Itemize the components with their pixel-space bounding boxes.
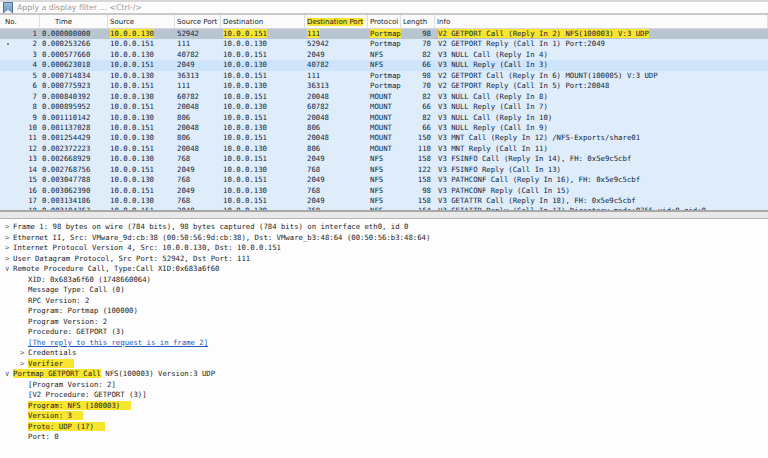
bookmark-icon[interactable] [3, 2, 13, 14]
expand-arrow-icon[interactable]: > [5, 222, 13, 233]
packet-row-11[interactable]: 110.00125442910.0.0.13080610.0.0.1512004… [0, 133, 768, 143]
column-header-proto[interactable]: Protocol [368, 15, 401, 28]
detail-line[interactable]: Procedure: GETPORT (3) [0, 327, 768, 338]
column-header-dport[interactable]: Destination Port [305, 15, 368, 28]
detail-line[interactable]: [V2 Procedure: GETPORT (3)] [0, 390, 768, 401]
cell-proto: MOUNT [368, 144, 401, 154]
packet-row-15[interactable]: 150.00304778810.0.0.13076810.0.0.1512049… [0, 175, 768, 185]
cell-proto: NFS [368, 196, 401, 206]
cell-time: 0.001254429 [40, 133, 108, 143]
column-header-label: Source [110, 18, 134, 26]
packet-row-1[interactable]: 10.00000000010.0.0.1305294210.0.0.151111… [0, 29, 768, 39]
cell-value: 10.0.0.151 [110, 60, 154, 69]
packet-row-10[interactable]: 100.00113702810.0.0.1512004810.0.0.13080… [0, 123, 768, 133]
column-header-info[interactable]: Info [435, 15, 768, 28]
cell-value: 20048 [177, 144, 199, 153]
detail-line[interactable]: Program: Portmap (100000) [0, 306, 768, 317]
detail-line[interactable]: >Verifier [0, 359, 768, 370]
cell-value: 158 [418, 175, 431, 184]
detail-line[interactable]: Proto: UDP (17) [0, 422, 768, 433]
expand-arrow-icon[interactable]: > [20, 359, 28, 370]
packet-row-16[interactable]: 160.00306239010.0.0.151204910.0.0.130768… [0, 186, 768, 196]
detail-line[interactable]: Message Type: Call (0) [0, 285, 768, 296]
cell-time: 0.000840392 [40, 92, 108, 102]
cell-proto: Portmap [368, 81, 401, 91]
packet-row-9[interactable]: 90.00111014210.0.0.13080610.0.0.15120048… [0, 113, 768, 123]
packet-row-7[interactable]: 70.00084039210.0.0.1306078210.0.0.151200… [0, 92, 768, 102]
detail-line[interactable]: >User Datagram Protocol, Src Port: 52942… [0, 254, 768, 265]
cell-value: 12 [28, 144, 37, 153]
detail-line[interactable]: XID: 0x683a6f60 (1748660064) [0, 275, 768, 286]
detail-line[interactable]: Program Version: 2 [0, 317, 768, 328]
cell-value: Portmap [370, 71, 401, 80]
expand-arrow-icon[interactable]: > [5, 254, 13, 265]
cell-info: V3 GETATTR Call (Reply In 18), FH: 0x5e9… [435, 196, 768, 206]
cell-info: V3 PATHCONF Reply (Call In 15) [435, 186, 768, 196]
cell-value: 4 [33, 60, 37, 69]
detail-line[interactable]: >Frame 1: 98 bytes on wire (784 bits), 9… [0, 222, 768, 233]
packet-row-5[interactable]: 50.00071483410.0.0.1303631310.0.0.151111… [0, 71, 768, 81]
column-header-no[interactable]: No. [0, 15, 40, 28]
column-header-len[interactable]: Length [401, 15, 435, 28]
detail-line[interactable]: ∨Remote Procedure Call, Type:Call XID:0x… [0, 264, 768, 275]
column-header-dst[interactable]: Destination [221, 15, 305, 28]
cell-value: 1 [33, 29, 37, 38]
cell-sport: 2049 [175, 206, 221, 210]
packet-row-17[interactable]: 170.00313418610.0.0.13076810.0.0.1512049… [0, 196, 768, 206]
column-header-time[interactable]: Time [40, 15, 108, 28]
cell-value: 0.000840392 [42, 92, 90, 101]
cell-len: 158 [401, 175, 435, 185]
detail-line[interactable]: [Program Version: 2] [0, 380, 768, 391]
cell-value: 0.003062390 [42, 186, 90, 195]
detail-line[interactable]: ∨Portmap GETPORT Call NFS(100003) Versio… [0, 369, 768, 380]
collapse-arrow-icon[interactable]: ∨ [5, 369, 13, 380]
detail-line[interactable]: >Credentials [0, 348, 768, 359]
packet-row-14[interactable]: 140.00276875610.0.0.151204910.0.0.130768… [0, 165, 768, 175]
cell-value: 10.0.0.130 [223, 123, 267, 132]
cell-len: 110 [401, 144, 435, 154]
cell-dst: 10.0.0.151 [221, 154, 305, 164]
cell-value: NFS [370, 60, 383, 69]
detail-line[interactable]: >Internet Protocol Version 4, Src: 10.0.… [0, 243, 768, 254]
detail-text: [The reply to this request is in frame 2… [28, 338, 208, 347]
expand-arrow-icon[interactable]: > [5, 233, 13, 244]
detail-line[interactable]: Version: 3 [0, 411, 768, 422]
cell-value: 52942 [177, 29, 199, 38]
cell-value: 768 [307, 206, 320, 210]
detail-line[interactable]: RPC Version: 2 [0, 296, 768, 307]
cell-no: 3 [0, 50, 40, 60]
packet-row-2[interactable]: 20.00025326610.0.0.15111110.0.0.13052942… [0, 39, 768, 49]
pane-splitter[interactable] [0, 210, 768, 219]
cell-src: 10.0.0.151 [108, 186, 175, 196]
cell-sport: 806 [175, 113, 221, 123]
cell-value: 10.0.0.151 [223, 29, 267, 38]
cell-sport: 20048 [175, 102, 221, 112]
cell-value: 10.0.0.151 [110, 165, 154, 174]
column-header-src[interactable]: Source [108, 15, 175, 28]
cell-value: 10.0.0.130 [223, 102, 267, 111]
packet-row-3[interactable]: 30.00057766010.0.0.1304078210.0.0.151204… [0, 50, 768, 60]
collapse-arrow-icon[interactable]: ∨ [5, 264, 13, 275]
packet-row-18[interactable]: 180.00318476710.0.0.151204910.0.0.130768… [0, 206, 768, 210]
detail-line[interactable]: [The reply to this request is in frame 2… [0, 338, 768, 349]
cell-src: 10.0.0.151 [108, 165, 175, 175]
display-filter-input[interactable] [17, 2, 765, 13]
column-header-sport[interactable]: Source Port [175, 15, 221, 28]
packet-row-13[interactable]: 130.00266892910.0.0.13076810.0.0.1512049… [0, 154, 768, 164]
expand-arrow-icon[interactable]: > [5, 243, 13, 254]
cell-value: 10.0.0.130 [110, 71, 154, 80]
cell-value: V3 GETATTR Reply (Call In 17) Directory … [438, 206, 706, 210]
packet-row-6[interactable]: 60.00077592310.0.0.15111110.0.0.13036313… [0, 81, 768, 91]
packet-row-4[interactable]: 40.00062301810.0.0.151204910.0.0.1304078… [0, 60, 768, 70]
cell-info: V2 GETPORT Reply (Call In 1) Port:2049 [435, 39, 768, 49]
cell-time: 0.003184767 [40, 206, 108, 210]
packet-list-header: No.TimeSourceSource PortDestinationDesti… [0, 15, 768, 29]
expand-arrow-icon[interactable]: > [20, 348, 28, 359]
detail-line[interactable]: Program: NFS (100003) [0, 401, 768, 412]
cell-value: MOUNT [370, 102, 392, 111]
cell-value: 40782 [177, 50, 199, 59]
detail-line[interactable]: >Ethernet II, Src: VMware_9d:cb:38 (00:5… [0, 233, 768, 244]
packet-row-8[interactable]: 80.00089595210.0.0.1512004810.0.0.130607… [0, 102, 768, 112]
detail-line[interactable]: Port: 0 [0, 432, 768, 443]
packet-row-12[interactable]: 120.00237222310.0.0.1512004810.0.0.13080… [0, 144, 768, 154]
